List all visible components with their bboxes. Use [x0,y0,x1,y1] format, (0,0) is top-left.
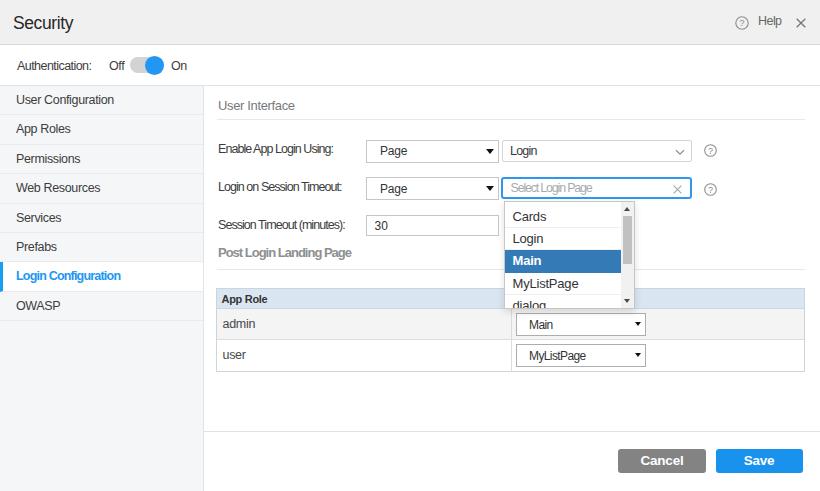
svg-text:?: ? [739,17,744,28]
svg-text:?: ? [707,185,712,195]
svg-text:?: ? [707,146,712,156]
